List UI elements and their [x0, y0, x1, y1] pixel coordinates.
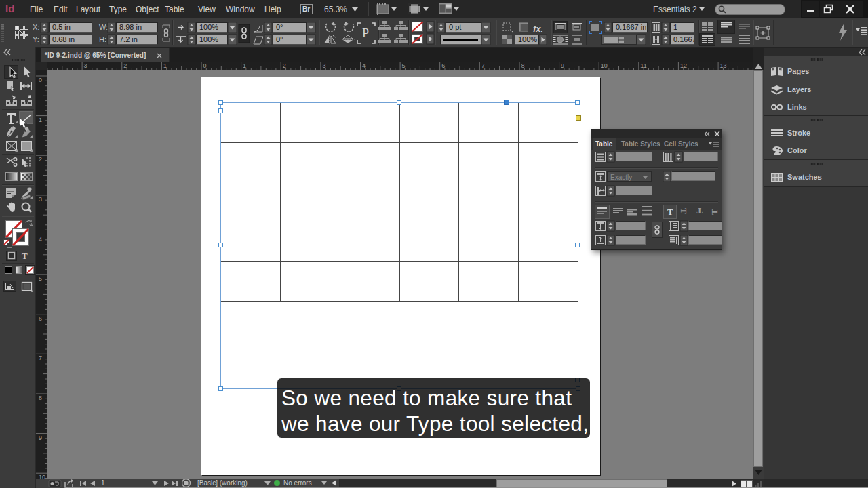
svg-text:8: 8: [521, 62, 525, 69]
svg-text:T: T: [696, 206, 703, 216]
svg-text:0: 0: [203, 62, 207, 69]
svg-text:12: 12: [680, 62, 687, 69]
svg-text:1: 1: [163, 62, 167, 69]
svg-text:10: 10: [601, 62, 608, 69]
svg-text:3: 3: [39, 196, 42, 203]
svg-text:P: P: [362, 26, 369, 40]
svg-text:6: 6: [441, 62, 445, 69]
svg-text:7: 7: [481, 62, 485, 69]
svg-text:2: 2: [123, 62, 127, 69]
svg-text:2: 2: [39, 156, 42, 163]
svg-text:7: 7: [39, 354, 42, 361]
svg-text:0: 0: [39, 77, 42, 83]
svg-text:1: 1: [39, 117, 42, 123]
svg-text:4: 4: [39, 236, 42, 243]
svg-text:5: 5: [402, 62, 406, 69]
svg-text:13: 13: [720, 62, 727, 69]
svg-text:6: 6: [39, 315, 42, 322]
svg-text:T: T: [679, 208, 689, 214]
svg-text:11: 11: [640, 62, 646, 69]
svg-text:8: 8: [39, 394, 42, 401]
svg-text:3: 3: [322, 62, 326, 69]
svg-text:T: T: [667, 207, 673, 217]
svg-text:T: T: [22, 251, 28, 261]
svg-text:9: 9: [39, 434, 42, 441]
svg-text:5: 5: [39, 275, 42, 282]
svg-text:9: 9: [561, 62, 564, 69]
svg-text:3: 3: [84, 62, 87, 69]
svg-text:4: 4: [362, 62, 366, 69]
svg-text:2: 2: [283, 62, 286, 69]
svg-text:T: T: [709, 209, 719, 215]
svg-text:1: 1: [243, 62, 246, 69]
